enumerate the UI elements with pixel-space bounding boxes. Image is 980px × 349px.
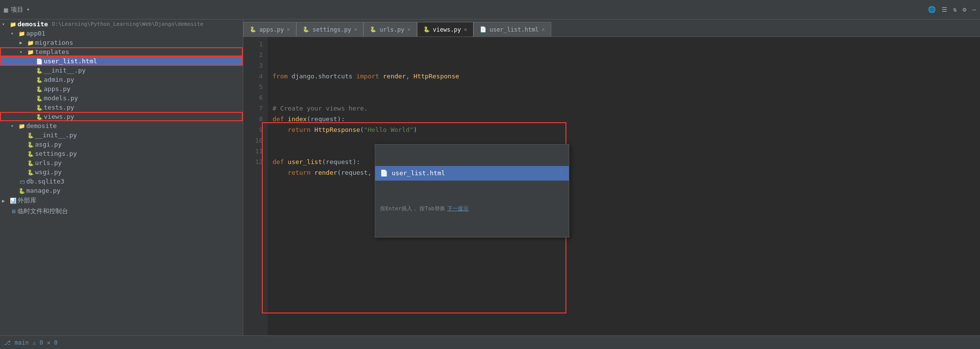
- autocomplete-item-icon: 📄: [380, 168, 388, 179]
- tree-icon: 🐍: [35, 95, 44, 102]
- minus-icon[interactable]: —: [972, 6, 976, 13]
- tree-icon: 🐍: [26, 132, 35, 139]
- tree-label: templates: [35, 48, 69, 55]
- tab-views[interactable]: 🐍views.py✕: [417, 22, 473, 37]
- line-number: 11: [247, 146, 263, 157]
- tree-icon: 🐍: [26, 160, 35, 166]
- tab-user_list[interactable]: 📄user_list.html✕: [473, 22, 551, 37]
- autocomplete-more-icon: ⋮: [559, 168, 564, 179]
- code-line: [272, 82, 980, 92]
- code-line: def index(request):: [272, 114, 980, 125]
- sidebar-item[interactable]: 🗃db.sqlite3: [0, 177, 243, 186]
- tab-close[interactable]: ✕: [464, 26, 467, 33]
- tree-label: wsgi.py: [35, 168, 62, 176]
- autocomplete-hint-link[interactable]: 下一提示: [447, 203, 469, 214]
- sidebar-item[interactable]: 🐍manage.py: [0, 186, 243, 195]
- project-icon: ▦: [4, 6, 8, 14]
- toolbar-title: 项目: [11, 5, 23, 14]
- tab-close[interactable]: ✕: [542, 26, 545, 33]
- sidebar-item[interactable]: 🐍tests.py: [0, 103, 243, 112]
- tree-icon: 🐍: [18, 187, 26, 194]
- code-line: return HttpResponse("Hello World"): [272, 125, 980, 135]
- tab-close[interactable]: ✕: [287, 26, 290, 33]
- globe-icon[interactable]: 🌐: [928, 6, 936, 13]
- tree-arrow: ▾: [2, 21, 9, 27]
- line-number: 4: [247, 71, 263, 82]
- tree-icon: 🗃: [18, 178, 26, 185]
- tab-icon: 📄: [480, 26, 487, 33]
- tree-label: __init__.py: [44, 67, 86, 74]
- sidebar-item[interactable]: 🐍settings.py: [0, 149, 243, 158]
- sidebar-item[interactable]: ▶📊外部库: [0, 195, 243, 206]
- toolbar-actions: 🌐 ☰ ⇅ ⚙ —: [928, 6, 976, 13]
- tree-icon: 📁: [18, 30, 26, 37]
- gear-icon[interactable]: ⚙: [962, 6, 966, 13]
- editor-section: 🐍apps.py✕🐍settings.py✕🐍urls.py✕🐍views.py…: [243, 19, 980, 335]
- sidebar-item[interactable]: 🐍views.py: [0, 112, 243, 121]
- sidebar-item[interactable]: 🐍__init__.py: [0, 66, 243, 75]
- sidebar-item[interactable]: ▾📁templates: [0, 47, 243, 56]
- tree-label: tests.py: [44, 104, 74, 111]
- sidebar-item[interactable]: 📄user_list.html: [0, 56, 243, 66]
- sidebar-item[interactable]: 🐍wsgi.py: [0, 167, 243, 177]
- tree-arrow: ▶: [2, 198, 9, 203]
- tree-icon: 🐍: [35, 113, 44, 120]
- tab-icon: 🐍: [250, 26, 256, 33]
- sidebar-item[interactable]: ▶📁migrations: [0, 38, 243, 47]
- autocomplete-item[interactable]: 📄 user_list.html ⋮: [375, 166, 569, 181]
- sidebar-item[interactable]: 🖥临时文件和控制台: [0, 206, 243, 217]
- tree-label: app01: [26, 30, 45, 37]
- tab-close[interactable]: ✕: [407, 26, 411, 33]
- sidebar-item[interactable]: 🐍models.py: [0, 93, 243, 103]
- tree-label: user_list.html: [44, 57, 97, 65]
- tree-label: demosite: [18, 20, 48, 28]
- tree-label: migrations: [35, 39, 73, 46]
- autocomplete-popup[interactable]: 📄 user_list.html ⋮ 按Enter插入， 按Tab替换 下一提示: [375, 144, 569, 238]
- bottom-bar: ⎇ main ⚠ 0 ✕ 0: [0, 335, 980, 349]
- tree-arrow: ▾: [11, 123, 18, 129]
- list-icon[interactable]: ☰: [942, 6, 947, 13]
- line-number: 7: [247, 103, 263, 114]
- tab-label: user_list.html: [490, 26, 539, 33]
- sidebar-item[interactable]: 🐍admin.py: [0, 75, 243, 84]
- sidebar-item[interactable]: ▾📁demosite: [0, 121, 243, 130]
- tree-label: models.py: [44, 94, 78, 102]
- editor-area[interactable]: 123456789101112 from django.shortcuts im…: [243, 37, 980, 335]
- tree-icon: 🐍: [26, 150, 35, 157]
- tree-icon: 📁: [9, 21, 18, 28]
- sidebar-item[interactable]: 🐍asgi.py: [0, 140, 243, 149]
- code-container[interactable]: 123456789101112 from django.shortcuts im…: [243, 37, 980, 335]
- tree-label: settings.py: [35, 150, 77, 157]
- sort-icon[interactable]: ⇅: [953, 6, 957, 13]
- autocomplete-item-label: user_list.html: [392, 168, 445, 179]
- tree-label: views.py: [44, 113, 74, 120]
- tab-label: urls.py: [380, 26, 404, 33]
- tab-icon: 🐍: [370, 26, 377, 33]
- tree-label: demosite: [26, 122, 57, 129]
- sidebar: ▾📁demositeD:\Learning\Python_Learning\We…: [0, 19, 243, 335]
- tab-apps[interactable]: 🐍apps.py✕: [243, 22, 296, 37]
- error-icon: ✕ 0: [47, 339, 58, 346]
- tab-close[interactable]: ✕: [354, 26, 358, 33]
- git-branch: main: [15, 339, 29, 346]
- tab-urls[interactable]: 🐍urls.py✕: [363, 22, 417, 37]
- autocomplete-hint-enter: 按Enter插入，: [380, 203, 417, 214]
- code-content[interactable]: from django.shortcuts import render, Htt…: [268, 37, 980, 335]
- tree-path: D:\Learning\Python_Learning\Web\Django\d…: [52, 21, 203, 27]
- sidebar-item[interactable]: ▾📁demositeD:\Learning\Python_Learning\We…: [0, 19, 243, 29]
- line-number: 12: [247, 157, 263, 167]
- tree-icon: 📊: [9, 197, 18, 204]
- git-icon: ⎇: [4, 339, 11, 346]
- tree-label: asgi.py: [35, 141, 62, 148]
- tree-label: 临时文件和控制台: [18, 207, 68, 216]
- main-layout: ▾📁demositeD:\Learning\Python_Learning\We…: [0, 19, 980, 335]
- sidebar-item[interactable]: 🐍apps.py: [0, 84, 243, 93]
- toolbar: ▦ 项目 ▾ 🌐 ☰ ⇅ ⚙ —: [0, 0, 980, 19]
- tree-icon: 🐍: [26, 141, 35, 148]
- sidebar-item[interactable]: ▾📁app01: [0, 29, 243, 38]
- tree-icon: 🐍: [35, 76, 44, 83]
- tab-settings[interactable]: 🐍settings.py✕: [296, 22, 363, 37]
- toolbar-dropdown-arrow[interactable]: ▾: [26, 6, 30, 13]
- sidebar-item[interactable]: 🐍urls.py: [0, 158, 243, 167]
- sidebar-item[interactable]: 🐍__init__.py: [0, 130, 243, 140]
